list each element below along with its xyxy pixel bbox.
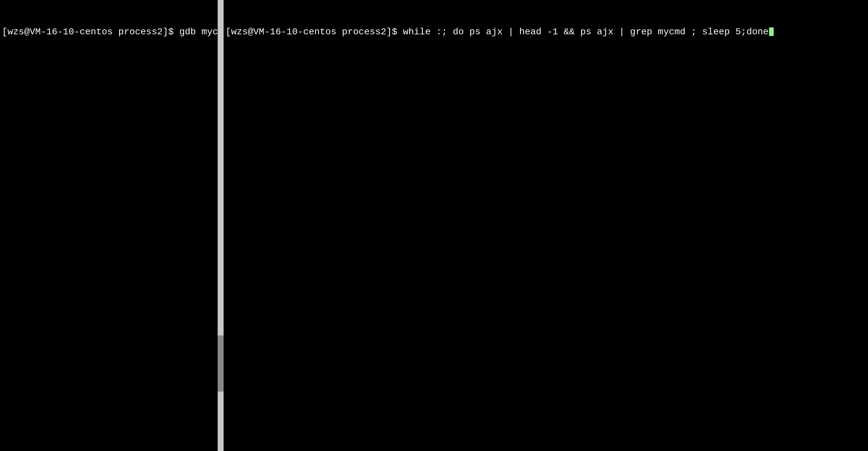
terminal-left[interactable]: [wzs@VM-16-10-centos process2]$ gdb mycm… (0, 0, 218, 451)
right-cursor (769, 27, 774, 36)
left-prompt-line: [wzs@VM-16-10-centos process2]$ gdb mycm… (2, 26, 216, 38)
scrollbar-thumb[interactable] (218, 335, 224, 392)
right-command-text: while :; do ps ajx | head -1 && ps ajx |… (397, 26, 769, 38)
pane-divider[interactable] (218, 0, 224, 451)
left-prompt-text: [wzs@VM-16-10-centos process2]$ (2, 26, 174, 38)
terminal-right[interactable]: [wzs@VM-16-10-centos process2]$ while :;… (224, 0, 868, 451)
right-prompt-text: [wzs@VM-16-10-centos process2]$ (225, 26, 397, 38)
left-command-text: gdb mycmd (174, 26, 218, 38)
right-prompt-line: [wzs@VM-16-10-centos process2]$ while :;… (225, 26, 866, 38)
